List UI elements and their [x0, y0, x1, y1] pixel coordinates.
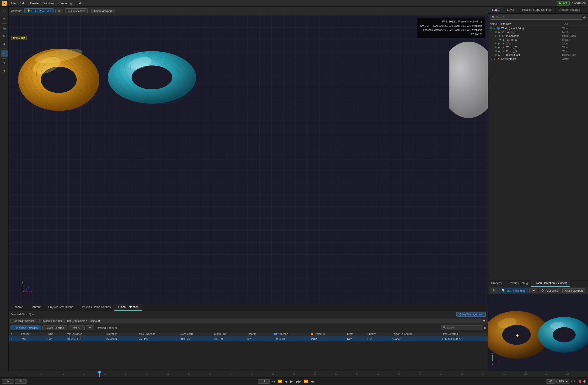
- rtx-button[interactable]: 💡 RTX - Real-Time: [24, 8, 54, 13]
- eye-xform[interactable]: 👁: [495, 42, 498, 45]
- table-row[interactable]: 1 Yes Soft 10.68624878 15.000000 366 tri…: [9, 337, 488, 342]
- menu-rendering[interactable]: Rendering: [56, 1, 74, 5]
- tool-camera[interactable]: 📷: [1, 25, 8, 32]
- cell-clash-end: 00:01.99: [212, 337, 245, 342]
- btn-next[interactable]: ▶▶: [295, 379, 302, 384]
- camera-mode-button[interactable]: 👁: [55, 9, 63, 13]
- tab-physics-debug[interactable]: Physics Debug: [505, 280, 531, 287]
- clash-viewport-button[interactable]: Clash Viewport: [91, 9, 114, 13]
- btn-skip-end[interactable]: ⏭: [310, 379, 315, 384]
- tab-physics-demo-scenes[interactable]: Physics Demo Scenes: [78, 304, 114, 311]
- icon-xform01: 🏃: [501, 46, 505, 49]
- viewport-container: Viewport 💡 RTX - Real-Time 👁 ⬡ Perspecti…: [9, 7, 488, 371]
- menu-create[interactable]: Create: [28, 1, 41, 5]
- tab-clash-detection-viewport[interactable]: Clash Detection Viewport: [531, 280, 570, 287]
- tree-item-xform02[interactable]: 👁 ▶ 🏃 Xform_02 Xform: [488, 49, 588, 53]
- type-environment: Xform: [562, 57, 586, 60]
- tree-item-environment[interactable]: 👁 ▶ 🏃 Environment Xform: [488, 57, 588, 61]
- stage-filter-button[interactable]: ⚙: [583, 15, 586, 19]
- clash-menu-icon[interactable]: ≡: [484, 326, 486, 329]
- svg-text:104: 104: [545, 374, 548, 375]
- sub-perspective-button[interactable]: ⬡ Perspective: [539, 288, 561, 293]
- tree-item-torus[interactable]: 👁 ▶ ⬡ Torus Mesh: [488, 38, 588, 42]
- tree-item-torus01[interactable]: 👁 ▶ ⬡ Torus_01 Mesh: [488, 30, 588, 34]
- tool-select[interactable]: ⬡: [1, 8, 8, 14]
- eye-torus[interactable]: 👁: [499, 38, 503, 41]
- tab-content[interactable]: Content: [27, 304, 44, 311]
- btn-play[interactable]: ▶: [289, 379, 294, 384]
- tool-figure[interactable]: 🏃: [1, 68, 8, 74]
- record-button[interactable]: ⏺: [578, 379, 582, 384]
- sub-settings-btn[interactable]: ⚙: [490, 288, 497, 293]
- tree-item-pushgraph[interactable]: 👁 ▼ ⬡ PushGraph OmniGraph: [488, 34, 588, 38]
- tab-clash-detection[interactable]: Clash Detection: [114, 304, 142, 311]
- tool-render[interactable]: ◈: [1, 40, 8, 47]
- clash-query-input[interactable]: [11, 319, 482, 323]
- sub-rtx-button[interactable]: 💡 RTX - Real-Time: [499, 288, 528, 293]
- timeline-end-input[interactable]: [15, 379, 27, 384]
- refresh-button[interactable]: ↺: [86, 325, 94, 330]
- menu-window[interactable]: Window: [41, 1, 56, 5]
- sub-eye-btn[interactable]: 👁: [529, 288, 537, 293]
- delete-selected-button[interactable]: Delete Selected: [42, 325, 67, 330]
- clash-query-arrow[interactable]: ▼: [483, 319, 486, 323]
- eye-distantlight[interactable]: 👁: [495, 54, 498, 56]
- settings-button[interactable]: ⚙: [583, 380, 586, 383]
- icon-torus: ⬡: [506, 39, 510, 41]
- tab-physics-test-runner[interactable]: Physics Test Runner: [44, 304, 78, 311]
- fps-select[interactable]: FPS 24 30 60 120: [556, 379, 569, 384]
- tab-console[interactable]: Console: [9, 304, 27, 311]
- stage-search-input[interactable]: [496, 16, 580, 19]
- btn-prev[interactable]: ◀: [284, 379, 288, 384]
- tool-move[interactable]: ✛: [1, 15, 8, 22]
- eye-world[interactable]: 👁: [490, 27, 494, 30]
- tree-item-world[interactable]: 👁 ▼ 🌐 World (defaultPrim) Xform: [488, 26, 588, 30]
- tab-physics-stage-settings[interactable]: Physics Stage Settings: [518, 7, 555, 13]
- svg-text:80: 80: [419, 374, 422, 375]
- perspective-button[interactable]: ⬡ Perspective: [65, 8, 87, 13]
- sub-clash-viewport-button[interactable]: Clash Viewport: [563, 288, 585, 293]
- viewport-axes: X Y Z: [21, 280, 35, 294]
- btn-prev-frame[interactable]: ⏪: [277, 379, 283, 384]
- svg-text:Z: Z: [492, 363, 493, 365]
- clash-actions: Run Clash Detection Delete Selected Expo…: [9, 324, 488, 331]
- tab-render-settings[interactable]: Render Settings: [555, 7, 584, 13]
- eye-pushgraph[interactable]: 👁: [495, 34, 498, 37]
- svg-text:12: 12: [62, 374, 64, 375]
- btn-skip-start[interactable]: ⏮: [271, 379, 276, 384]
- cell-priority: P-0: [366, 337, 390, 342]
- tab-stage[interactable]: Stage: [488, 7, 503, 13]
- torus-cyan: [104, 39, 200, 116]
- tree-item-distantlight[interactable]: 👁 ▶ ☀ DistantLight DistantLight: [488, 53, 588, 57]
- tree-item-xform[interactable]: 👁 ▶ 🏃 Xform Xform: [488, 42, 588, 45]
- tab-property[interactable]: Property: [488, 280, 505, 287]
- menu-edit[interactable]: Edit: [18, 1, 28, 5]
- timeline-ruler[interactable]: 0 4 8 12 16 20 24 28 32: [0, 371, 588, 377]
- svg-text:92: 92: [482, 374, 485, 375]
- fps-value-input[interactable]: [546, 379, 555, 384]
- query-management-button[interactable]: Query Management: [456, 312, 486, 317]
- svg-text:108: 108: [566, 374, 570, 375]
- menu-file[interactable]: File: [9, 1, 18, 5]
- svg-text:36: 36: [188, 374, 190, 375]
- timeline-start-input[interactable]: [2, 379, 14, 384]
- eye-xform01[interactable]: 👁: [495, 46, 498, 49]
- svg-text:16: 16: [83, 374, 85, 375]
- tool-eye[interactable]: 👁: [1, 33, 8, 40]
- menu-help[interactable]: Help: [74, 1, 85, 5]
- eye-xform02[interactable]: 👁: [495, 50, 498, 53]
- tool-transform[interactable]: ⟳: [1, 60, 8, 67]
- export-button[interactable]: Export...: [69, 325, 84, 330]
- clash-search-input[interactable]: [447, 326, 481, 329]
- eye-environment[interactable]: 👁: [490, 57, 494, 60]
- eye-torus01[interactable]: 👁: [495, 31, 498, 33]
- cell-clash-start: 00:00.31: [178, 337, 212, 342]
- run-clash-detection-button[interactable]: Run Clash Detection: [11, 325, 41, 330]
- type-torus01: Mesh: [562, 31, 586, 33]
- timeline-frame-input[interactable]: [258, 379, 270, 384]
- btn-next-frame[interactable]: ⏩: [303, 379, 309, 384]
- tab-layer[interactable]: Layer: [503, 7, 518, 13]
- icon-xform: 🏃: [501, 42, 505, 45]
- tool-select-active[interactable]: ↖: [1, 50, 8, 57]
- tree-item-xform01[interactable]: 👁 ▶ 🏃 Xform_01 Xform: [488, 45, 588, 49]
